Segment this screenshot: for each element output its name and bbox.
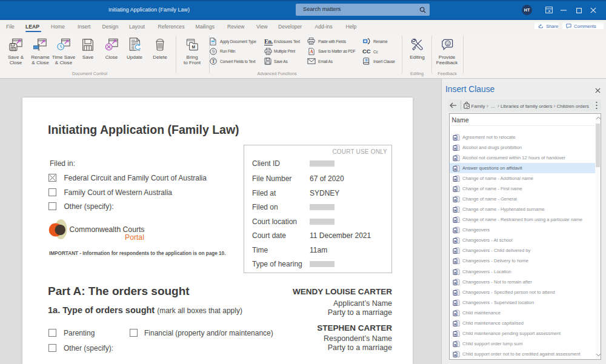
svg-text:M: M <box>191 45 195 49</box>
svg-text:A: A <box>309 49 313 55</box>
svg-text:T: T <box>211 59 215 64</box>
svg-text:9: 9 <box>212 48 215 54</box>
